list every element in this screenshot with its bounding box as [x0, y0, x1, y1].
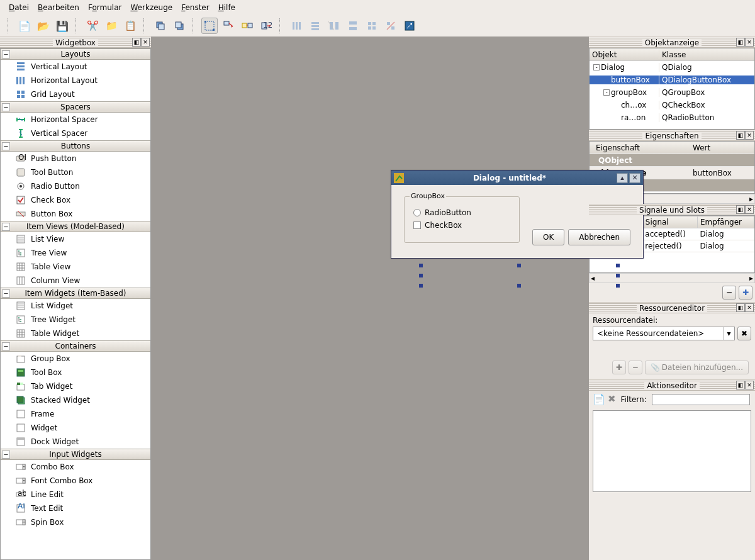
widgetbox-item[interactable]: Button Box — [1, 207, 150, 221]
action-list[interactable] — [593, 410, 751, 492]
widgetbox-item[interactable]: Table Widget — [1, 327, 150, 340]
prop-header-name[interactable]: Eigenschaft — [590, 143, 690, 152]
menu-form[interactable]: Formular — [84, 2, 125, 13]
add-connection-button[interactable]: ✚ — [739, 286, 752, 300]
objtree-header-class[interactable]: Klasse — [659, 50, 754, 59]
widgetbox-item[interactable]: Tool Button — [1, 165, 150, 179]
objecttree-close[interactable]: ✕ — [745, 38, 754, 47]
actions-float[interactable]: ◧ — [736, 381, 745, 389]
dialog-close-button[interactable]: ✕ — [629, 173, 640, 183]
layout-hsplit-button[interactable] — [326, 18, 342, 34]
cancel-button[interactable]: Abbrechen — [568, 229, 630, 245]
widgetbox-item[interactable]: Vertical Spacer — [1, 126, 150, 140]
widgetbox-category[interactable]: −Input Widgets — [1, 449, 150, 460]
dialog-minimize-button[interactable]: ▴ — [617, 173, 628, 183]
ok-button[interactable]: OK — [532, 229, 564, 245]
widgetbox-item[interactable]: Dock Widget — [1, 435, 150, 449]
widgetbox-item[interactable]: Tree Widget — [1, 313, 150, 327]
adjust-size-button[interactable] — [401, 18, 418, 34]
remove-resource-button[interactable]: ✖ — [737, 327, 751, 340]
widgetbox-item[interactable]: abLine Edit — [1, 488, 150, 501]
widgetbox-category[interactable]: −Item Widgets (Item-Based) — [1, 288, 150, 299]
radiobutton[interactable]: RadioButton — [413, 208, 510, 217]
signals-scrollbar[interactable]: ◂▸ — [589, 273, 755, 283]
edit-widgets-mode[interactable] — [201, 18, 218, 34]
widgetbox-item[interactable]: Combo Box — [1, 460, 150, 474]
resources-close[interactable]: ✕ — [745, 303, 754, 312]
edit-taborder-mode[interactable]: 12 — [258, 18, 274, 34]
widgetbox-category[interactable]: −Spacers — [1, 101, 150, 113]
sig-header-signal[interactable]: Signal — [642, 216, 697, 228]
remove-prefix-button[interactable]: − — [629, 361, 642, 374]
resources-float[interactable]: ◧ — [736, 303, 745, 312]
open-file-button[interactable]: 📂 — [35, 18, 52, 34]
widgetbox-float-button[interactable]: ◧ — [132, 38, 141, 47]
widgetbox-item[interactable]: Font Combo Box — [1, 474, 150, 488]
widgetbox-item[interactable]: Column View — [1, 274, 150, 288]
cut-button[interactable]: ✂️ — [84, 18, 101, 34]
widgetbox-close-button[interactable]: ✕ — [141, 38, 150, 47]
add-files-button[interactable]: 📎 Dateien hinzufügen... — [645, 361, 749, 374]
widgetbox-item[interactable]: Group Box — [1, 352, 150, 366]
widgetbox-item[interactable]: Tab Widget — [1, 379, 150, 393]
widgetbox-item[interactable]: Widget — [1, 421, 150, 435]
menu-window[interactable]: Fenster — [177, 2, 213, 13]
widgetbox-item[interactable]: Horizontal Spacer — [1, 113, 150, 126]
layout-vsplit-button[interactable] — [345, 18, 361, 34]
widgetbox-item[interactable]: List Widget — [1, 299, 150, 313]
expand-icon[interactable]: - — [603, 89, 610, 96]
widgetbox-item[interactable]: Horizontal Layout — [1, 74, 150, 87]
object-tree-row[interactable]: -DialogQDialog — [590, 61, 754, 74]
bring-front-button[interactable] — [171, 18, 187, 34]
widgetbox-item[interactable]: List View — [1, 232, 150, 246]
menu-edit[interactable]: Bearbeiten — [34, 2, 83, 13]
save-file-button[interactable]: 💾 — [54, 18, 70, 34]
widgetbox-category[interactable]: −Containers — [1, 340, 150, 352]
object-tree-row[interactable]: ch…oxQCheckBox — [590, 99, 754, 111]
expand-icon[interactable]: - — [593, 64, 600, 70]
prop-header-value[interactable]: Wert — [690, 143, 754, 152]
resource-file-combo[interactable]: <keine Ressourcendateien> ▾ — [593, 327, 735, 340]
sig-header-receiver[interactable]: Empfänger — [697, 216, 754, 228]
widgetbox-category[interactable]: −Item Views (Model-Based) — [1, 221, 150, 232]
edit-buddies-mode[interactable] — [239, 18, 255, 34]
actions-close[interactable]: ✕ — [745, 381, 754, 389]
copy-button[interactable]: 📁 — [103, 18, 120, 34]
layout-h-button[interactable] — [288, 18, 305, 34]
widgetbox-item[interactable]: Grid Layout — [1, 87, 150, 101]
remove-connection-button[interactable]: − — [722, 286, 736, 300]
filter-input[interactable] — [652, 394, 750, 405]
break-layout-button[interactable] — [383, 18, 399, 34]
paste-button[interactable]: 📋 — [122, 18, 138, 34]
new-file-button[interactable]: 📄 — [16, 18, 33, 34]
widgetbox-item[interactable]: Radio Button — [1, 179, 150, 193]
edit-signals-mode[interactable] — [220, 18, 237, 34]
dialog-titlebar[interactable]: Dialog - untitled* ▴ ✕ — [391, 171, 643, 185]
menu-file[interactable]: Datei — [5, 2, 33, 13]
widgetbox-item[interactable]: Check Box — [1, 193, 150, 207]
signals-close[interactable]: ✕ — [745, 205, 754, 214]
object-tree-row[interactable]: -groupBoxQGroupBox — [590, 86, 754, 99]
properties-float[interactable]: ◧ — [736, 131, 745, 140]
objtree-header-object[interactable]: Objekt — [590, 50, 659, 59]
delete-action-button[interactable]: ✖ — [608, 393, 616, 405]
property-row[interactable]: QObject — [590, 154, 754, 167]
widgetbox-item[interactable]: Spin Box — [1, 515, 150, 529]
object-tree-row[interactable]: buttonBoxQDialogButtonBox — [590, 74, 754, 86]
layout-grid-button[interactable] — [364, 18, 380, 34]
properties-close[interactable]: ✕ — [745, 131, 754, 140]
menu-help[interactable]: Hilfe — [215, 2, 239, 13]
new-action-button[interactable]: 📄 — [593, 393, 605, 405]
widgetbox-category[interactable]: −Buttons — [1, 140, 150, 152]
widgetbox-item[interactable]: Tree View — [1, 246, 150, 260]
groupbox[interactable]: GroupBox RadioButton CheckBox — [404, 196, 520, 243]
widgetbox-item[interactable]: OKPush Button — [1, 152, 150, 165]
menu-tools[interactable]: Werkzeuge — [126, 2, 176, 13]
checkbox[interactable]: CheckBox — [413, 221, 510, 230]
object-tree[interactable]: Objekt Klasse -DialogQDialogbuttonBoxQDi… — [589, 48, 755, 130]
add-prefix-button[interactable]: ✚ — [612, 361, 626, 374]
design-canvas[interactable]: Dialog - untitled* ▴ ✕ GroupBox RadioBut… — [151, 36, 589, 560]
widgetbox-item[interactable]: Vertical Layout — [1, 60, 150, 74]
send-back-button[interactable] — [152, 18, 169, 34]
widgetbox-item[interactable]: Table View — [1, 260, 150, 274]
